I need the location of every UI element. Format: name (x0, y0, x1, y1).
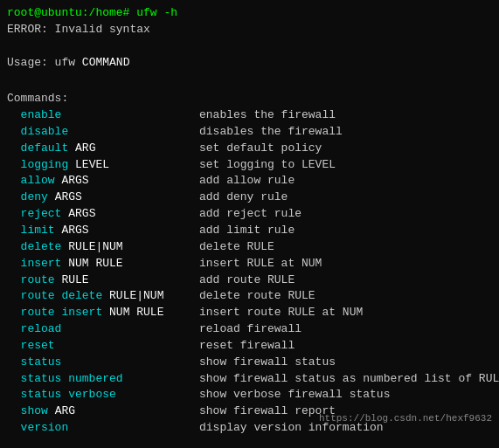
error-line: ERROR: Invalid syntax (7, 22, 492, 38)
blank-2 (7, 71, 492, 87)
blank-1 (7, 38, 492, 55)
prompt-line-1: root@ubuntu:/home# ufw -h (7, 5, 492, 22)
cmd-reset: reset reset firewall (7, 338, 492, 355)
cmd-status: status show firewall status (7, 355, 492, 371)
watermark: https://blog.csdn.net/hexf9632 (319, 413, 492, 424)
cmd-reload: reload reload firewall (7, 321, 492, 338)
cmd-limit: limit ARGS add limit rule (7, 223, 492, 239)
blank-3 (7, 437, 492, 448)
cmd-status-verbose: status verbose show verbose firewall sta… (7, 387, 492, 403)
cmd-delete: delete RULE|NUM delete RULE (7, 239, 492, 256)
cmd-allow: allow ARGS add allow rule (7, 173, 492, 190)
cmd-insert: insert NUM RULE insert RULE at NUM (7, 256, 492, 272)
cmd-route-delete: route delete RULE|NUM delete route RULE (7, 288, 492, 305)
cmd-enable: enable enables the firewall (7, 107, 492, 124)
cmd-status-numbered: status numbered show firewall status as … (7, 371, 492, 388)
cmd-deny: deny ARGS add deny rule (7, 190, 492, 206)
cmd-disable: disable disables the firewall (7, 124, 492, 141)
cmd-reject: reject ARGS add reject rule (7, 206, 492, 223)
commands-header: Commands: (7, 91, 492, 107)
cmd-route: route RULE add route RULE (7, 272, 492, 289)
cmd-default: default ARG set default policy (7, 141, 492, 157)
usage-command: COMMAND (82, 56, 130, 69)
terminal: root@ubuntu:/home# ufw -h ERROR: Invalid… (0, 0, 499, 448)
cmd-route-insert: route insert NUM RULE insert route RULE … (7, 305, 492, 321)
usage-line: Usage: ufw COMMAND (7, 55, 492, 72)
cmd-logging: logging LEVEL set logging to LEVEL (7, 157, 492, 174)
